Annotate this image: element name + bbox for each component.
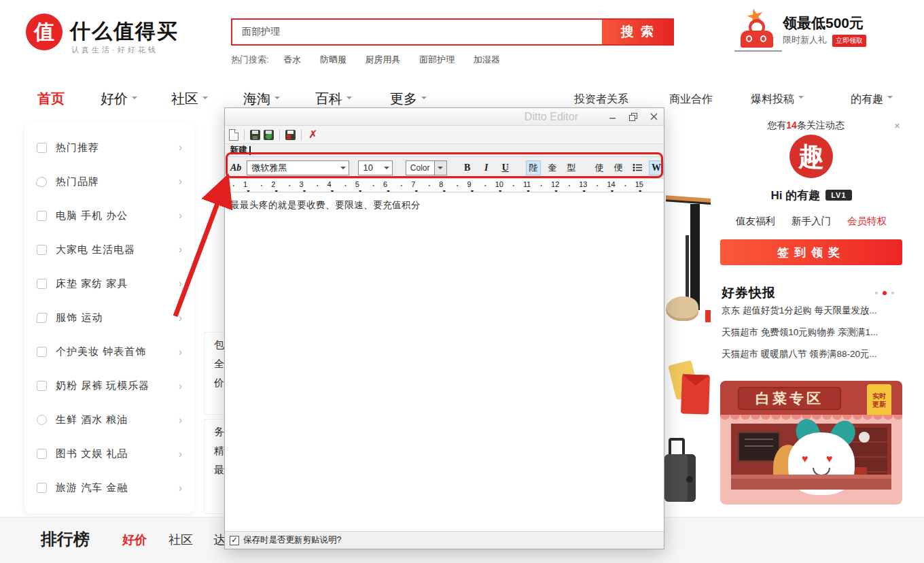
- nav-home[interactable]: 首页: [37, 90, 65, 108]
- editor-tab-row: 新建: [225, 144, 664, 157]
- font-size-select[interactable]: 10: [358, 160, 392, 175]
- nav-submission[interactable]: 爆料投稿: [751, 92, 804, 107]
- deal-card-fragment[interactable]: 包 全 价: [204, 332, 226, 415]
- sidebar-item-baby-toys[interactable]: 奶粉 尿裤 玩模乐器›: [37, 369, 182, 403]
- rankings-tab-community[interactable]: 社区: [168, 532, 193, 548]
- close-button[interactable]: [643, 109, 664, 125]
- align-right-button[interactable]: 型: [564, 160, 579, 175]
- editor-title-bar[interactable]: Ditto Editor: [225, 108, 664, 126]
- coupons-pagination[interactable]: [875, 291, 894, 295]
- maximize-button[interactable]: [623, 109, 643, 125]
- ruler-segment: ·10▼: [482, 179, 510, 192]
- bargain-zone-banner[interactable]: 白菜专区 实时更新 ♥ ♥: [720, 381, 902, 505]
- sidebar-item-appliances[interactable]: 大家电 生活电器›: [37, 233, 182, 267]
- nav-more[interactable]: 更多: [390, 90, 427, 108]
- promo-title[interactable]: 领最低500元: [783, 14, 864, 33]
- bullet-list-button[interactable]: [630, 160, 645, 175]
- align-left-button[interactable]: 陛: [526, 160, 541, 175]
- blackboard: [738, 432, 780, 462]
- follow-updates-notice[interactable]: 您有14条关注动态: [720, 120, 891, 132]
- tab-new-document[interactable]: 新建: [230, 144, 247, 156]
- link-beginner-guide[interactable]: 新手入门: [792, 215, 831, 228]
- link-member-benefits[interactable]: 值友福利: [736, 215, 775, 228]
- desk-product-image[interactable]: [666, 192, 711, 325]
- save-all-icon[interactable]: [264, 130, 274, 140]
- sidebar-item-clothing-sports[interactable]: 服饰 运动›: [37, 301, 182, 335]
- hot-search-term[interactable]: 香水: [283, 54, 301, 65]
- chevron-right-icon: ›: [179, 277, 182, 290]
- link-vip-privileges[interactable]: 会员特权: [847, 215, 887, 228]
- sidebar-item-hot-brands[interactable]: 热门品牌›: [37, 165, 182, 199]
- newcomer-gift-icon[interactable]: ★: [737, 8, 778, 52]
- indent-button[interactable]: 使: [592, 160, 607, 175]
- nav-haitao[interactable]: 海淘: [243, 90, 280, 108]
- bold-button[interactable]: B: [460, 160, 475, 175]
- sidebar-item-fresh-food[interactable]: 生鲜 酒水 粮油›: [37, 403, 182, 437]
- deal-card-fragment[interactable]: 务 精 最: [204, 419, 226, 514]
- pagination-dot[interactable]: [875, 292, 878, 294]
- sidebar-item-hot-recommend[interactable]: 热门推荐›: [37, 131, 182, 165]
- hot-search-label: 热门搜索:: [231, 54, 269, 65]
- notice-count: 14: [786, 120, 797, 131]
- coupons-section-title: 好券快报: [722, 284, 776, 302]
- underline-button[interactable]: U: [498, 160, 513, 175]
- chevron-down-icon: [274, 97, 280, 102]
- banner-counter: [731, 475, 891, 490]
- coupon-item[interactable]: 天猫超市 暖暖腊八节 领券满88-20元...: [722, 348, 904, 360]
- user-avatar[interactable]: 趣: [789, 135, 833, 178]
- coupon-item[interactable]: 天猫超市 免费领10元购物券 亲测满1...: [722, 326, 904, 339]
- hot-search-term[interactable]: 厨房用具: [366, 54, 401, 65]
- cancel-icon[interactable]: ✗: [308, 129, 317, 140]
- italic-button[interactable]: I: [479, 160, 494, 175]
- signin-reward-button[interactable]: 签到领奖: [720, 239, 902, 265]
- sidebar-item-home-furniture[interactable]: 床垫 家纺 家具›: [37, 267, 182, 301]
- ruler-segment: ·15▼: [622, 179, 650, 192]
- font-style-icon[interactable]: Ab: [230, 163, 241, 173]
- pagination-dot-active[interactable]: [883, 291, 887, 295]
- coupon-item[interactable]: 京东 超值好货1分起购 每天限量发放...: [722, 305, 904, 317]
- heart-eye-icon: ♥: [826, 453, 833, 465]
- smzdm-logo-icon[interactable]: 值: [26, 14, 63, 50]
- font-family-select[interactable]: 微软雅黑: [247, 160, 349, 175]
- sidebar-item-computer-phone-office[interactable]: 电脑 手机 办公›: [37, 199, 182, 233]
- site-title[interactable]: 什么值得买: [70, 18, 179, 46]
- sidebar-item-travel-car-finance[interactable]: 旅游 汽车 金融›: [37, 471, 182, 505]
- page: 值 什么值得买 认真生活·好好花钱 搜索 热门搜索: 香水 防晒服 厨房用具 面…: [0, 0, 924, 563]
- search-input[interactable]: [232, 20, 602, 44]
- nav-deals[interactable]: 好价: [101, 90, 137, 108]
- align-center-button[interactable]: 奎: [545, 160, 560, 175]
- nav-wiki[interactable]: 百科: [315, 90, 352, 108]
- outdent-button[interactable]: 便: [611, 160, 626, 175]
- promo-badge[interactable]: 立即领取: [832, 35, 866, 47]
- nav-investor-relations[interactable]: 投资者关系: [574, 92, 628, 107]
- save-icon[interactable]: [250, 130, 260, 140]
- font-color-select[interactable]: Color: [406, 160, 447, 175]
- word-wrap-button[interactable]: W: [649, 160, 664, 175]
- nav-business-coop[interactable]: 商业合作: [669, 92, 713, 107]
- sidebar-item-beauty-jewelry[interactable]: 个护美妆 钟表首饰›: [37, 335, 182, 369]
- editor-ruler[interactable]: ·1▼·2▼·3▼·4▼·5▼·6▼·7▼·8▼·9▼·10▼·11▼·12▼·…: [225, 179, 664, 192]
- user-greeting: Hi 的有趣LV1: [720, 188, 902, 203]
- hot-search-term[interactable]: 防晒服: [320, 54, 346, 65]
- close-icon[interactable]: ×: [894, 120, 900, 131]
- ditto-editor-window: Ditto Editor ✗ 新建 Ab: [224, 107, 664, 549]
- editor-text-area[interactable]: 最最头疼的就是要收费、要限速、要充值积分: [225, 192, 664, 531]
- update-description-checkbox[interactable]: [230, 536, 239, 545]
- desk-leg: [690, 204, 700, 310]
- chevron-right-icon: ›: [179, 414, 182, 426]
- nav-community[interactable]: 社区: [171, 90, 208, 108]
- hot-search-term[interactable]: 加湿器: [474, 54, 500, 65]
- color-dropdown-button[interactable]: [434, 161, 446, 175]
- sidebar-item-books-gifts[interactable]: 图书 文娱 礼品›: [37, 437, 182, 471]
- search-button[interactable]: 搜索: [602, 20, 673, 44]
- new-document-icon[interactable]: [229, 129, 238, 141]
- suitcase-product-image[interactable]: [663, 437, 698, 503]
- minimize-button[interactable]: [603, 109, 623, 125]
- red-envelope-image[interactable]: [667, 352, 711, 417]
- rankings-tab-deals[interactable]: 好价: [122, 532, 147, 548]
- hot-search-term[interactable]: 面部护理: [419, 54, 455, 65]
- nav-username[interactable]: 的有趣: [851, 92, 893, 107]
- pagination-dot[interactable]: [891, 292, 894, 294]
- save-close-icon[interactable]: [285, 130, 296, 140]
- editor-status-bar: 保存时是否更新剪贴说明?: [225, 531, 664, 549]
